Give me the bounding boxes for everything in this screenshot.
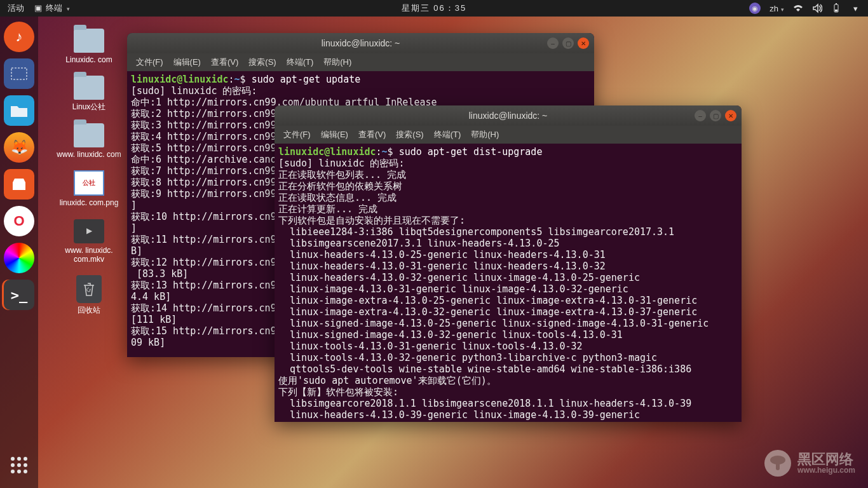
- input-method[interactable]: zh: [770, 4, 784, 13]
- wifi-icon[interactable]: [793, 3, 803, 13]
- desktop-icons: Linuxidc. com Linux公社 www. linuxidc. com…: [51, 29, 127, 315]
- dock-software[interactable]: [4, 169, 34, 200]
- dock-files[interactable]: [4, 95, 34, 126]
- menu-terminal[interactable]: 终端(T): [283, 55, 318, 69]
- menu-help[interactable]: 帮助(H): [467, 128, 503, 142]
- desktop-folder[interactable]: Linux公社: [51, 76, 127, 111]
- minimize-button[interactable]: –: [547, 37, 559, 49]
- dock-opera[interactable]: O: [4, 206, 34, 236]
- titlebar[interactable]: linuxidc@linuxidc: ~ – ▢ ✕: [275, 105, 742, 126]
- menubar: 文件(F) 编辑(E) 查看(V) 搜索(S) 终端(T) 帮助(H): [275, 126, 742, 144]
- titlebar[interactable]: linuxidc@linuxidc: ~ – ▢ ✕: [127, 33, 594, 53]
- svg-rect-2: [835, 10, 837, 11]
- desktop-video[interactable]: ▶www. linuxidc. com.mkv: [51, 219, 127, 264]
- menu-help[interactable]: 帮助(H): [320, 55, 355, 69]
- watermark-logo-icon: [764, 450, 791, 477]
- desktop-folder[interactable]: www. linuxidc. com: [51, 123, 127, 159]
- launcher-dock: ♪ 🦊 O >_: [0, 17, 38, 488]
- menu-view[interactable]: 查看(V): [355, 128, 390, 142]
- minimize-button[interactable]: –: [695, 110, 706, 121]
- desktop-trash[interactable]: 回收站: [51, 275, 127, 315]
- chevron-down-icon[interactable]: ▾: [850, 3, 860, 13]
- dock-terminal[interactable]: >_: [4, 280, 34, 310]
- close-button[interactable]: ✕: [725, 110, 736, 121]
- desktop-folder[interactable]: Linuxidc. com: [51, 29, 127, 64]
- watermark-brand: 黑区网络: [797, 452, 855, 466]
- watermark: 黑区网络www.heigu.com: [764, 450, 855, 477]
- window-title: linuxidc@linuxidc: ~: [322, 38, 400, 48]
- dock-screenshot[interactable]: [4, 58, 34, 89]
- volume-icon[interactable]: [812, 3, 822, 13]
- menu-view[interactable]: 查看(V): [207, 55, 242, 69]
- menu-edit[interactable]: 编辑(E): [170, 55, 205, 69]
- svg-rect-5: [776, 463, 780, 470]
- terminal-icon: ▣: [33, 3, 43, 13]
- battery-icon[interactable]: [831, 3, 841, 13]
- menu-file[interactable]: 文件(F): [280, 128, 315, 142]
- dock-firefox[interactable]: 🦊: [4, 132, 34, 163]
- watermark-domain: www.heigu.com: [797, 466, 855, 474]
- terminal-output[interactable]: linuxidc@linuxidc:~$ sudo apt-get dist-u…: [275, 144, 742, 422]
- app-menu[interactable]: ▣ 终端: [33, 3, 70, 14]
- menu-file[interactable]: 文件(F): [132, 55, 167, 69]
- desktop-image[interactable]: 公社linuxidc. com.png: [51, 170, 127, 207]
- activities-button[interactable]: 活动: [8, 3, 24, 14]
- app-menu-label: 终端: [46, 3, 62, 13]
- maximize-button[interactable]: ▢: [562, 37, 574, 49]
- dock-colorpicker[interactable]: [4, 243, 34, 273]
- menu-edit[interactable]: 编辑(E): [317, 128, 352, 142]
- menu-search[interactable]: 搜索(S): [245, 55, 280, 69]
- close-button[interactable]: ✕: [578, 37, 589, 49]
- window-title: linuxidc@linuxidc: ~: [469, 111, 548, 121]
- show-applications[interactable]: [4, 450, 34, 480]
- maximize-button[interactable]: ▢: [710, 110, 721, 121]
- clock[interactable]: 星期三 06：35: [402, 3, 467, 14]
- menu-terminal[interactable]: 终端(T): [430, 128, 465, 142]
- svg-rect-3: [11, 68, 27, 79]
- top-panel: 活动 ▣ 终端 星期三 06：35 ◉ zh ▾: [0, 0, 868, 17]
- menubar: 文件(F) 编辑(E) 查看(V) 搜索(S) 终端(T) 帮助(H): [127, 53, 594, 71]
- terminal-window-2[interactable]: linuxidc@linuxidc: ~ – ▢ ✕ 文件(F) 编辑(E) 查…: [275, 105, 742, 422]
- svg-rect-1: [836, 3, 837, 4]
- accessibility-icon[interactable]: ◉: [749, 3, 761, 14]
- dock-music[interactable]: ♪: [4, 22, 34, 52]
- menu-search[interactable]: 搜索(S): [392, 128, 427, 142]
